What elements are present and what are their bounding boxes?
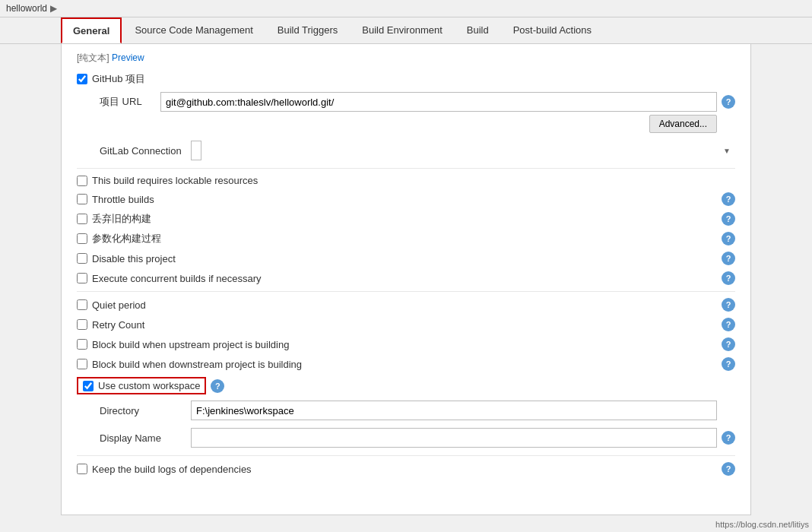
github-checkbox-label[interactable]: GitHub 项目 <box>77 72 735 86</box>
preview-row: [纯文本] Preview <box>77 52 735 65</box>
tab-source-code[interactable]: Source Code Management <box>123 17 264 43</box>
block-downstream-help-icon[interactable]: ? <box>722 357 735 371</box>
parameterized-row: 参数化构建过程 ? <box>77 232 735 245</box>
tab-general[interactable]: General <box>61 17 122 43</box>
disable-text: Disable this project <box>92 253 176 264</box>
block-upstream-help-icon[interactable]: ? <box>722 337 735 351</box>
url-input[interactable] <box>160 92 717 112</box>
display-name-label: Display Name <box>100 432 191 444</box>
tab-build[interactable]: Build <box>455 17 500 43</box>
advanced-row: Advanced... <box>100 115 717 133</box>
divider-2 <box>77 291 735 292</box>
retry-label[interactable]: Retry Count <box>77 319 717 331</box>
block-downstream-row: Block build when downstream project is b… <box>77 357 735 371</box>
custom-workspace-text: Use custom workspace <box>98 380 200 391</box>
throttle-text: Throttle builds <box>92 194 154 205</box>
discard-text: 丢弃旧的构建 <box>92 212 151 226</box>
keep-logs-help-icon[interactable]: ? <box>722 462 735 476</box>
block-upstream-row: Block build when upstream project is bui… <box>77 337 735 351</box>
block-downstream-label[interactable]: Block build when downstream project is b… <box>77 359 717 370</box>
display-name-help-icon[interactable]: ? <box>722 431 735 445</box>
main-content: [纯文本] Preview GitHub 项目 项目 URL ? Advance… <box>61 44 751 515</box>
disable-checkbox[interactable] <box>77 253 87 264</box>
github-label: GitHub 项目 <box>92 72 145 86</box>
parameterized-text: 参数化构建过程 <box>92 232 161 245</box>
github-row: GitHub 项目 <box>77 72 735 86</box>
directory-label: Directory <box>100 405 191 416</box>
retry-text: Retry Count <box>92 319 144 331</box>
retry-help-icon[interactable]: ? <box>722 318 735 331</box>
url-help-icon[interactable]: ? <box>722 95 735 109</box>
discard-label[interactable]: 丢弃旧的构建 <box>77 212 717 226</box>
block-upstream-text: Block build when upstream project is bui… <box>92 339 289 350</box>
gitlab-row: GitLab Connection <box>100 141 735 160</box>
quiet-row: Quiet period ? <box>77 298 735 312</box>
keep-logs-row: Keep the build logs of dependencies ? <box>77 462 735 476</box>
custom-workspace-checkbox[interactable] <box>83 381 94 391</box>
keep-logs-checkbox[interactable] <box>77 464 87 474</box>
throttle-help-icon[interactable]: ? <box>722 192 735 206</box>
quiet-help-icon[interactable]: ? <box>722 298 735 312</box>
url-label: 项目 URL <box>100 95 160 109</box>
parameterized-checkbox[interactable] <box>77 233 87 244</box>
lockable-text: This build requires lockable resources <box>92 175 258 186</box>
project-name[interactable]: helloworld <box>6 3 47 14</box>
keep-logs-label[interactable]: Keep the build logs of dependencies <box>77 464 717 475</box>
divider-1 <box>77 168 735 169</box>
discard-row: 丢弃旧的构建 ? <box>77 212 735 226</box>
concurrent-checkbox[interactable] <box>77 273 87 283</box>
top-bar: helloworld ▶ <box>0 0 812 17</box>
concurrent-label[interactable]: Execute concurrent builds if necessary <box>77 273 717 284</box>
tab-post-build[interactable]: Post-build Actions <box>502 17 603 43</box>
disable-help-icon[interactable]: ? <box>722 252 735 265</box>
lockable-row: This build requires lockable resources <box>77 175 735 186</box>
tab-build-triggers[interactable]: Build Triggers <box>266 17 349 43</box>
quiet-text: Quiet period <box>92 299 146 311</box>
concurrent-row: Execute concurrent builds if necessary ? <box>77 271 735 285</box>
discard-checkbox[interactable] <box>77 214 87 224</box>
advanced-button[interactable]: Advanced... <box>649 115 717 133</box>
divider-3 <box>77 455 735 456</box>
throttle-checkbox[interactable] <box>77 194 87 204</box>
lockable-label[interactable]: This build requires lockable resources <box>77 175 735 186</box>
url-row: 项目 URL ? <box>100 92 735 112</box>
custom-workspace-label[interactable]: Use custom workspace <box>83 380 200 391</box>
discard-help-icon[interactable]: ? <box>722 212 735 226</box>
block-downstream-text: Block build when downstream project is b… <box>92 359 302 370</box>
lockable-checkbox[interactable] <box>77 176 87 186</box>
concurrent-text: Execute concurrent builds if necessary <box>92 273 262 284</box>
directory-input[interactable] <box>191 401 717 420</box>
disable-label[interactable]: Disable this project <box>77 253 717 264</box>
keep-logs-text: Keep the build logs of dependencies <box>92 464 252 475</box>
tab-build-env[interactable]: Build Environment <box>350 17 454 43</box>
parameterized-help-icon[interactable]: ? <box>722 232 735 245</box>
block-downstream-checkbox[interactable] <box>77 359 87 369</box>
disable-row: Disable this project ? <box>77 252 735 265</box>
gitlab-select[interactable] <box>191 141 201 160</box>
preview-link[interactable]: Preview <box>112 52 144 63</box>
quiet-checkbox[interactable] <box>77 299 87 310</box>
bracket-text: [纯文本] <box>77 52 109 63</box>
retry-row: Retry Count ? <box>77 318 735 331</box>
breadcrumb-arrow: ▶ <box>50 3 57 14</box>
concurrent-help-icon[interactable]: ? <box>722 271 735 285</box>
throttle-label[interactable]: Throttle builds <box>77 194 717 205</box>
retry-checkbox[interactable] <box>77 319 87 330</box>
custom-workspace-outer-row: Use custom workspace ? <box>77 377 735 394</box>
directory-row: Directory ? <box>100 401 735 420</box>
custom-workspace-help-icon[interactable]: ? <box>211 379 224 393</box>
custom-workspace-box: Use custom workspace <box>77 377 206 394</box>
display-name-input[interactable] <box>191 428 717 448</box>
display-name-row: Display Name ? <box>100 428 735 448</box>
nav-tabs: General Source Code Management Build Tri… <box>0 17 812 44</box>
parameterized-label[interactable]: 参数化构建过程 <box>77 232 717 245</box>
block-upstream-checkbox[interactable] <box>77 339 87 350</box>
gitlab-label: GitLab Connection <box>100 145 191 157</box>
throttle-row: Throttle builds ? <box>77 192 735 206</box>
quiet-label[interactable]: Quiet period <box>77 299 717 311</box>
watermark: https://blog.csdn.net/litiys <box>715 520 809 529</box>
block-upstream-label[interactable]: Block build when upstream project is bui… <box>77 339 717 350</box>
gitlab-select-wrapper <box>191 141 735 160</box>
github-checkbox[interactable] <box>77 74 87 84</box>
